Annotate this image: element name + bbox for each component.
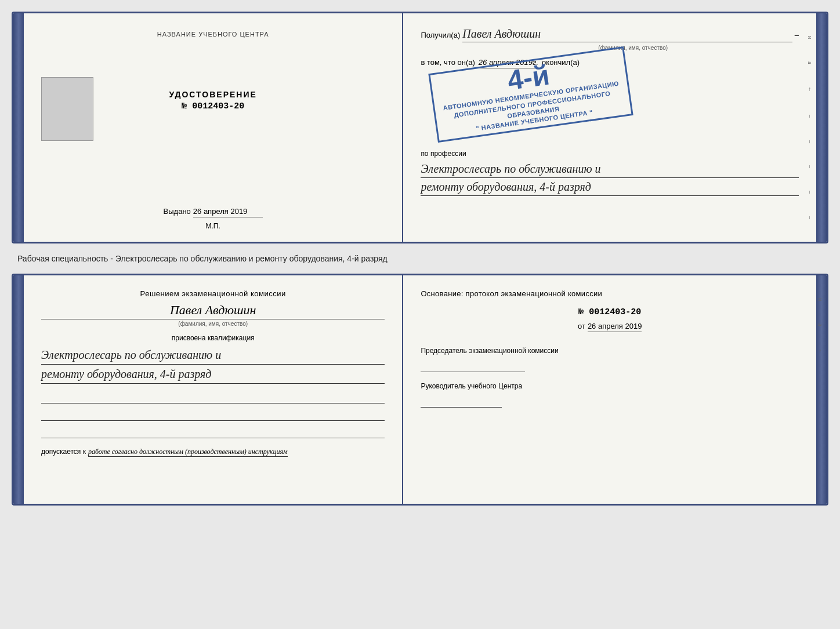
udostoverenie-block: УДОСТОВЕРЕНИЕ № 0012403-20 (169, 90, 257, 111)
spine-left-bottom (13, 275, 24, 504)
osnovanie-title: Основание: протокол экзаменационной коми… (421, 289, 799, 298)
bottom-right-page: Основание: протокол экзаменационной коми… (403, 275, 816, 504)
top-document: НАЗВАНИЕ УЧЕБНОГО ЦЕНТРА УДОСТОВЕРЕНИЕ №… (12, 12, 828, 243)
bottom-lines-block (41, 390, 385, 438)
person-sub-bottom: (фамилия, имя, отчество) (41, 321, 385, 327)
vtom-line: в том, что он(а) 26 апреля 2019г. окончи… (421, 58, 799, 68)
stamp-line1: АВТОНОМНУЮ НЕКОММЕРЧЕСКУЮ ОРГАНИЗАЦИЮ (443, 79, 620, 112)
person-name-bottom: Павел Авдюшин (41, 303, 385, 319)
right-deco-top: и а ← – – – – – (807, 13, 816, 242)
professiya-line1: Электрослесарь по обслуживанию и (421, 160, 799, 178)
left-title: НАЗВАНИЕ УЧЕБНОГО ЦЕНТРА (157, 31, 269, 38)
dopuskaetsya-line: допускается к работе согласно должностны… (41, 448, 385, 457)
photo-placeholder (41, 77, 93, 141)
okonchil-label: окончил(а) (542, 58, 580, 67)
ot-label: от (578, 322, 585, 330)
blank-line-1 (41, 390, 385, 403)
protocol-date: от 26 апреля 2019 (421, 322, 799, 332)
vydano-label: Выдано (164, 207, 191, 216)
stamp-line2: ДОПОЛНИТЕЛЬНОГО ПРОФЕССИОНАЛЬНОГО ОБРАЗО… (440, 87, 625, 129)
top-left-page: НАЗВАНИЕ УЧЕБНОГО ЦЕНТРА УДОСТОВЕРЕНИЕ №… (24, 13, 403, 242)
rukovoditel-label: Руководитель учебного Центра (421, 381, 799, 391)
kvalf-line2: ремонту оборудования, 4-й разряд (41, 365, 385, 384)
po-professii-label: по профессии (421, 150, 799, 158)
vtom-date: 26 апреля 2019г. (479, 58, 538, 68)
spine-right-top (816, 13, 827, 242)
udostoverenie-number: № 0012403-20 (169, 101, 257, 111)
mp-label: М.П. (206, 222, 220, 230)
dopusk-value: работе согласно должностным (производств… (88, 448, 288, 457)
kvalf-line1: Электрослесарь по обслуживанию и (41, 346, 385, 365)
blank-line-2 (41, 407, 385, 421)
stamp-line3: " НАЗВАНИЕ УЧЕБНОГО ЦЕНТРА " (476, 108, 593, 133)
blank-line-3 (41, 424, 385, 438)
udostoverenie-title: УДОСТОВЕРЕНИЕ (169, 90, 257, 99)
rukovoditel-line (421, 394, 502, 408)
dopusk-label: допускается к (41, 448, 86, 456)
professiya-line2: ремонту оборудования, 4-й разряд (421, 178, 799, 196)
bottom-document: Решением экзаменационной комиссии Павел … (12, 274, 828, 506)
ot-date: 26 апреля 2019 (588, 322, 642, 332)
vydano-value: 26 апреля 2019 (193, 207, 263, 217)
dash: – (795, 31, 799, 39)
vydano-line: Выдано 26 апреля 2019 (164, 184, 263, 217)
prisvoena-label: присвоена квалификация (41, 334, 385, 342)
spine-left (13, 13, 24, 242)
predsedatel-label: Председатель экзаменационной комиссии (421, 346, 799, 356)
resheniye-title: Решением экзаменационной комиссии (41, 289, 385, 298)
protocol-number: № 0012403-20 (421, 307, 799, 317)
poluchil-label: Получил(а) (421, 31, 460, 39)
poluchil-name: Павел Авдюшин (462, 27, 792, 42)
middle-text: Рабочая специальность - Электрослесарь п… (12, 250, 828, 267)
page-container: НАЗВАНИЕ УЧЕБНОГО ЦЕНТРА УДОСТОВЕРЕНИЕ №… (12, 12, 828, 506)
po-professii-block: по профессии Электрослесарь по обслужива… (421, 141, 799, 196)
predsedatel-line (421, 358, 525, 372)
top-right-page: Получил(а) Павел Авдюшин – (фамилия, имя… (403, 13, 816, 242)
vtom-label: в том, что он(а) (421, 58, 475, 67)
poluchil-sub: (фамилия, имя, отчество) (467, 45, 799, 51)
right-deco-bottom: и а ← – – – – – (817, 275, 827, 504)
bottom-left-page: Решением экзаменационной комиссии Павел … (24, 275, 403, 504)
poluchil-line: Получил(а) Павел Авдюшин – (421, 27, 799, 42)
